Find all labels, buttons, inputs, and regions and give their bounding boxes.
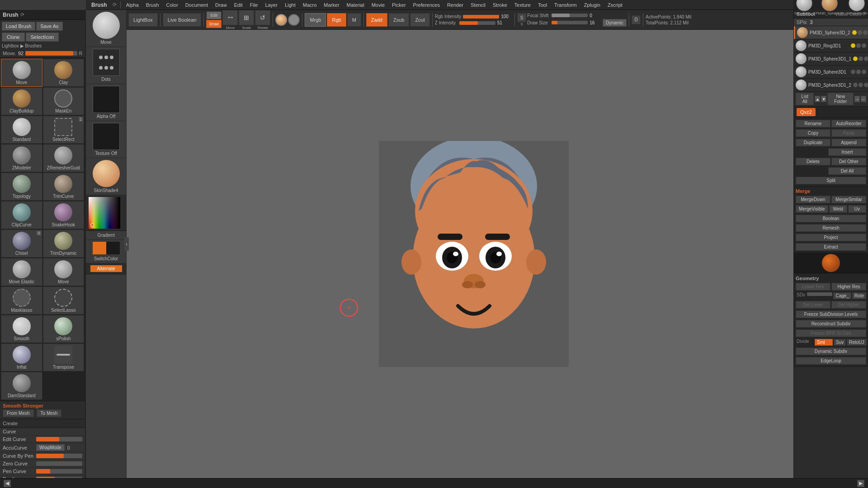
- select-icon-button[interactable]: SelectIcon: [26, 33, 59, 42]
- brush-item-zmodeler[interactable]: ZModeler: [1, 144, 42, 172]
- paste-button[interactable]: Paste: [831, 129, 866, 137]
- subtool-icon2-4[interactable]: [859, 83, 863, 87]
- menu-picker[interactable]: Picker: [388, 1, 410, 9]
- preview-texture-off[interactable]: Texture Off: [86, 121, 126, 158]
- brush-panel-refresh[interactable]: ⟳: [20, 12, 24, 18]
- append-button[interactable]: Append: [831, 139, 866, 146]
- list-all-button[interactable]: List All: [796, 93, 814, 105]
- canvas-inner[interactable]: [127, 30, 821, 478]
- preview-skinshade[interactable]: SkinShade4: [86, 158, 126, 195]
- menu-material[interactable]: Material: [343, 1, 368, 9]
- retopuj-button[interactable]: RetoUJ: [847, 339, 866, 346]
- folder-arrow2[interactable]: ←: [861, 96, 866, 102]
- brush-item-smooth[interactable]: Smooth: [1, 315, 42, 343]
- brush-item-zremesher[interactable]: ZRemesherGuid: [43, 144, 85, 172]
- s-button[interactable]: S: [517, 13, 526, 22]
- mrgb-button[interactable]: Mrgb: [305, 13, 326, 27]
- menu-marker[interactable]: Marker: [320, 1, 343, 9]
- wrapmode-button[interactable]: WrapMode: [36, 444, 65, 451]
- new-folder-button[interactable]: New Folder: [827, 93, 854, 105]
- menu-tool[interactable]: Tool: [534, 1, 551, 9]
- merge-similar-button[interactable]: MergeSimilar: [831, 196, 866, 203]
- merge-visible-button[interactable]: MergeVisible: [796, 205, 828, 213]
- m-button[interactable]: M: [347, 13, 361, 27]
- dynamic-button[interactable]: Dynamic: [603, 19, 627, 27]
- subtool-icon2-3[interactable]: [856, 70, 861, 74]
- rename-button[interactable]: Rename: [796, 120, 830, 127]
- load-brush-button[interactable]: Load Brush: [2, 22, 35, 31]
- boolean-button[interactable]: Boolean: [796, 215, 866, 222]
- menu-movie[interactable]: Movie: [368, 1, 388, 9]
- top-thumb-pm3d-sphere[interactable]: PM3D_Sphere3D: [816, 0, 844, 15]
- menu-file[interactable]: File: [246, 1, 262, 9]
- brush-item-snakehook[interactable]: SnakeHook: [43, 201, 85, 229]
- subtool-icon3-0[interactable]: [863, 30, 868, 35]
- rgb-button[interactable]: Rgb: [327, 13, 346, 27]
- to-mesh-button[interactable]: To Mesh: [37, 409, 62, 417]
- menu-stencil[interactable]: Stencil: [467, 1, 489, 9]
- duplicate-button[interactable]: Duplicate: [796, 139, 830, 146]
- brush-item-topology[interactable]: Topology: [1, 173, 42, 201]
- rote-button[interactable]: Rote: [852, 292, 866, 299]
- dynamic-subdiv-button[interactable]: Dynamic Subdiv: [796, 347, 866, 355]
- collapse-panel-arrow[interactable]: ‹: [124, 237, 129, 251]
- brush-item-move2[interactable]: Move: [43, 258, 85, 286]
- subtool-icon2-0[interactable]: [858, 30, 862, 35]
- freeze-subdiv-button[interactable]: Freeze SubDivision Levels: [796, 310, 866, 318]
- menu-stroke[interactable]: Stroke: [489, 1, 511, 9]
- focal-shift-slider[interactable]: [552, 14, 588, 17]
- brush-refresh-icon[interactable]: ⟳: [111, 2, 118, 8]
- subtool-icon3-2[interactable]: [864, 56, 868, 61]
- project-button[interactable]: Project: [796, 234, 866, 241]
- main-color-picker[interactable]: [275, 14, 287, 26]
- bottom-right-arrow[interactable]: ▶: [857, 480, 864, 487]
- d-button[interactable]: D: [632, 15, 641, 24]
- suv-button[interactable]: Suv: [834, 339, 846, 346]
- split-button[interactable]: Split: [796, 177, 866, 184]
- zsub-button[interactable]: Zsub: [388, 13, 409, 27]
- menu-transform[interactable]: Transform: [551, 1, 580, 9]
- edge-loop-button[interactable]: EdgeLoop: [796, 357, 866, 365]
- pen-curve-item[interactable]: Pen Curve: [0, 468, 85, 475]
- weld-button[interactable]: Weld: [829, 205, 847, 213]
- subtool-icon2-2[interactable]: [859, 56, 863, 61]
- subtool-icon3-4[interactable]: [864, 83, 868, 87]
- menu-zscript[interactable]: Zscript: [604, 1, 626, 9]
- subtool-item-4[interactable]: PM3D_Sphere3D1_2: [794, 79, 868, 92]
- menu-zplugin[interactable]: Zplugin: [580, 1, 604, 9]
- zero-curve-item[interactable]: Zero Curve: [0, 460, 85, 468]
- rotate-icon[interactable]: ↺: [255, 10, 270, 25]
- brush-item-masklasso[interactable]: Masklasso: [1, 286, 42, 314]
- brush-item-selectrect[interactable]: SelectRect 1: [43, 116, 85, 144]
- del-higher-button[interactable]: Del Higher: [831, 301, 866, 309]
- brush-item-transpose[interactable]: Transpose: [43, 343, 85, 371]
- preview-move[interactable]: Move: [86, 10, 126, 47]
- curve-by-pen-slider[interactable]: [36, 454, 82, 458]
- del-all-button[interactable]: Del All: [828, 167, 866, 175]
- remesh-button[interactable]: Remesh: [796, 224, 866, 232]
- create-section-header[interactable]: Create: [0, 419, 85, 428]
- brush-item-selectlasso[interactable]: SelectLasso: [43, 286, 85, 314]
- save-as-button[interactable]: Save As: [36, 22, 62, 31]
- move-slider-track[interactable]: [25, 51, 77, 56]
- menu-texture[interactable]: Texture: [511, 1, 534, 9]
- folder-arrow1[interactable]: →: [854, 96, 860, 102]
- subtool-eye-4[interactable]: [853, 83, 858, 87]
- brush-item-move-elastic[interactable]: Move Elastic: [1, 258, 42, 286]
- z-intensity-slider[interactable]: [459, 21, 495, 25]
- subtool-item-0[interactable]: PM3D_Sphere3D_2: [794, 26, 868, 39]
- menu-edit[interactable]: Edit: [231, 1, 246, 9]
- zcut-button[interactable]: Zcut: [410, 13, 429, 27]
- brush-item-spolish[interactable]: sPolish: [43, 315, 85, 343]
- del-other-button[interactable]: Del Other: [831, 158, 866, 165]
- clone-button[interactable]: Clone: [2, 33, 25, 42]
- live-boolean-button[interactable]: Live Boolean: [163, 13, 202, 27]
- subtool-item-3[interactable]: PM3D_Sphere3D1: [794, 66, 868, 79]
- menu-alpha[interactable]: Alpha: [123, 1, 142, 9]
- smt-input[interactable]: [815, 339, 833, 346]
- curve-by-pen-item[interactable]: Curve By Pen: [0, 452, 85, 460]
- zadd-button[interactable]: Zadd: [366, 13, 387, 27]
- subtool-item-1[interactable]: PM3D_Ring3D1: [794, 39, 868, 52]
- draw-size-slider[interactable]: [552, 21, 588, 24]
- del-lower-button[interactable]: Del Lower: [796, 301, 830, 309]
